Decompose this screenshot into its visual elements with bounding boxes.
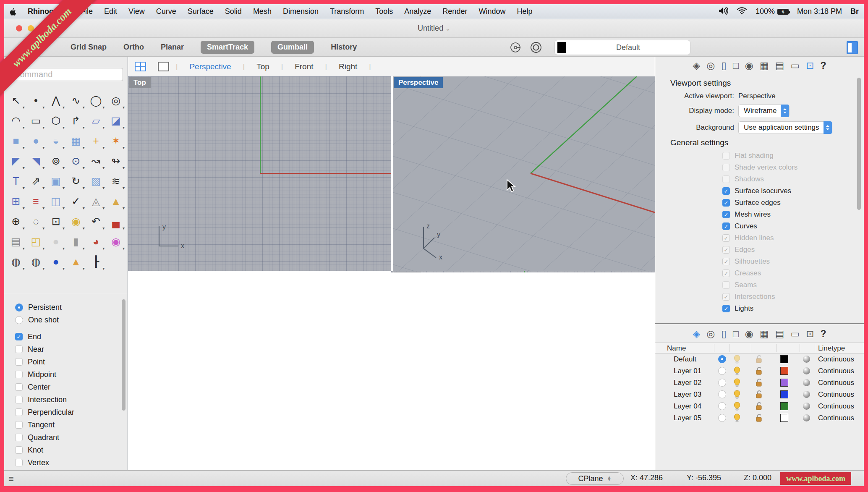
tool-icon[interactable]: ◪ [106,110,126,131]
tool-icon[interactable]: ⊕ [6,211,26,231]
tool-icon[interactable]: ▄ [106,211,126,231]
osnap-check-row[interactable]: Quadrant [15,431,128,444]
checkbox[interactable] [722,246,730,254]
display-option-row[interactable]: Seams [722,279,864,291]
display-option-row[interactable]: Edges [722,244,864,256]
layer-row[interactable]: Layer 02 Continuous [655,377,864,389]
tool-icon[interactable]: ✶ [106,131,126,151]
current-layer-field[interactable]: Default [555,40,690,55]
tool-icon[interactable]: ◥ [26,151,46,171]
osnap-check-row[interactable]: Midpoint [15,368,128,381]
menu-item[interactable]: Mesh [253,7,272,16]
checkbox[interactable] [722,234,730,242]
layer-row[interactable]: Layer 01 Continuous [655,365,864,377]
menu-item[interactable]: Window [478,7,505,16]
layer-visibility-bulb-icon[interactable] [733,378,741,389]
checkbox[interactable] [722,152,730,160]
checkbox[interactable] [15,459,23,466]
osnap-scrollbar[interactable] [122,299,125,411]
layer-material-icon[interactable] [803,367,810,374]
current-layer-radio[interactable] [718,390,726,398]
double-circle-icon[interactable] [530,41,542,54]
checkbox[interactable] [722,222,730,230]
menu-item[interactable]: Help [517,7,532,16]
checkbox[interactable] [15,446,23,454]
layer-linetype[interactable]: Continuous [818,402,854,411]
tool-icon[interactable]: ⊙ [66,151,86,171]
layer-visibility-bulb-icon[interactable] [733,355,741,366]
current-layer-radio[interactable] [718,414,726,422]
display-option-row[interactable]: Flat shading [722,150,864,162]
tool-icon[interactable]: + [86,131,106,151]
tool-icon[interactable]: ▦ [66,131,86,151]
mesh-icon[interactable]: ▦ [760,328,769,340]
osnap-check-row[interactable]: Perpendicular [15,406,128,419]
notes-icon[interactable]: ▤ [775,328,784,340]
sidebar-toggle-icon[interactable] [847,41,858,54]
tool-icon[interactable]: ↶ [86,211,106,231]
checkbox[interactable] [722,270,730,277]
viewport-tab[interactable]: Right [329,62,367,71]
tool-icon[interactable]: ≋ [106,171,126,191]
checkbox[interactable] [722,175,730,183]
current-layer-radio[interactable] [718,355,726,363]
command-input[interactable] [9,68,123,81]
layer-linetype[interactable]: Continuous [818,390,854,399]
tool-icon[interactable]: ▱ [86,110,106,131]
tool-icon[interactable]: ↱ [66,110,86,131]
viewport-divider-h[interactable] [128,271,391,272]
checkbox[interactable] [722,281,730,289]
tool-icon[interactable]: T [6,171,26,191]
layer-lock-icon[interactable] [755,390,763,401]
display-option-row[interactable]: Hidden lines [722,232,864,244]
tool-icon[interactable]: ⊞ [6,191,26,211]
user-menu[interactable]: Br [850,7,859,16]
panel-scrollbar[interactable] [857,78,861,210]
layer-visibility-bulb-icon[interactable] [733,413,741,424]
menu-item[interactable]: Transform [330,7,364,16]
layer-lock-icon[interactable] [755,402,763,413]
checkbox[interactable] [722,305,730,312]
layer-row[interactable]: Default Continuous [655,353,864,365]
toolbar-toggle[interactable]: Planar [161,43,184,52]
layer-color-swatch[interactable] [780,379,788,387]
checkbox[interactable] [722,187,730,195]
tool-icon[interactable]: ◌ [26,211,46,231]
page-icon[interactable]: ▯ [721,328,727,340]
viewport-top-badge[interactable]: Top [129,77,151,88]
layer-lock-icon[interactable] [755,355,763,366]
menu-item[interactable]: Curve [156,7,176,16]
layer-lock-icon[interactable] [755,366,763,377]
layer-color-swatch[interactable] [780,367,788,375]
four-viewports-icon[interactable] [135,62,146,71]
osnap-check-row[interactable]: Knot [15,444,128,456]
document-title[interactable]: Untitled ⌄ [4,24,864,33]
tool-icon[interactable]: ▲ [66,251,86,272]
toolbar-toggle[interactable]: Grid Snap [71,43,107,52]
tool-icon[interactable]: ≡ [26,191,46,211]
tool-icon[interactable]: ⇗ [26,171,46,191]
menu-clock[interactable]: Mon 3:18 PM [797,7,842,16]
osnap-mode-row[interactable]: Persistent [15,301,128,314]
radio-button[interactable] [15,304,23,311]
current-layer-radio[interactable] [718,402,726,410]
layer-name[interactable]: Default [674,355,696,364]
layer-lock-icon[interactable] [755,378,763,389]
properties-icon[interactable]: ◎ [706,60,715,71]
layer-color-swatch[interactable] [780,390,788,398]
display-option-row[interactable]: Silhouettes [722,256,864,267]
tool-icon[interactable]: ◒ [46,131,66,151]
object-icon[interactable]: □ [733,328,739,340]
checkbox[interactable] [15,358,23,366]
tool-icon[interactable]: ◉ [106,231,126,251]
display-option-row[interactable]: Curves [722,220,864,232]
layer-linetype[interactable]: Continuous [818,379,854,387]
layer-linetype[interactable]: Continuous [818,414,854,422]
properties-icon[interactable]: ◎ [706,328,715,340]
tool-icon[interactable]: ◕ [86,231,106,251]
point-circle-icon[interactable] [510,41,522,54]
viewport-front-badge[interactable]: Front [392,272,393,272]
checkbox[interactable] [15,383,23,391]
tool-icon[interactable]: ● [46,251,66,272]
checkbox[interactable] [722,258,730,265]
